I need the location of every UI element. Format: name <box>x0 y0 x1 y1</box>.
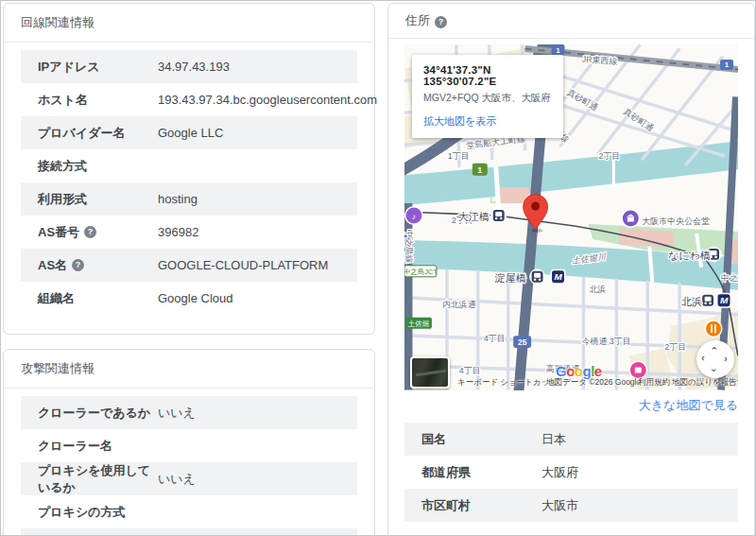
svg-text:土佐堀: 土佐堀 <box>408 320 429 328</box>
table-row: IPアドレス 34.97.43.193 <box>21 50 357 83</box>
row-value: いいえ <box>158 405 196 422</box>
plus-code-text: MGV2+FQQ 大阪市、大阪府 <box>423 92 552 105</box>
pan-up-icon[interactable]: › <box>709 347 719 351</box>
route-shield-25: 25 <box>513 336 531 348</box>
route-shield-1: 1 <box>720 60 733 70</box>
music-venue-icon[interactable]: ♪ <box>404 206 423 225</box>
row-label: 組織名 <box>21 290 141 307</box>
report-error-link[interactable]: 地図の誤りを報告する <box>672 377 738 389</box>
row-label: ホスト名 <box>21 92 141 109</box>
row-value: 日本 <box>541 431 566 448</box>
tosabori-label: 土佐堀 <box>405 318 432 329</box>
pan-right-icon[interactable]: › <box>724 354 728 364</box>
row-label: 利用形式 <box>21 191 141 208</box>
map-label-chome: 1丁目 <box>448 151 470 161</box>
line-info-card: 回線関連情報 IPアドレス 34.97.43.193 ホスト名 193.43.9… <box>3 3 375 335</box>
map-label-kitahama-district: 北浜 <box>589 285 606 294</box>
osaka-metro-icon[interactable]: M <box>716 293 731 308</box>
row-label: 都道府県 <box>404 464 524 481</box>
row-value: いいえ <box>158 471 196 488</box>
enlarge-map-link[interactable]: 拡大地図を表示 <box>423 114 496 129</box>
route-shield-green-1: 1 <box>472 164 488 176</box>
line-info-title: 回線関連情報 <box>4 4 374 43</box>
table-row: プロバイダー名 Google LLC <box>21 116 357 149</box>
yodoyabashi-station-icon[interactable] <box>529 268 545 285</box>
map-label-yodoyabashi: 淀屋橋 <box>494 272 526 284</box>
landmark-icon[interactable] <box>621 209 640 228</box>
map-label-chome: 2丁目 <box>664 342 686 352</box>
osaka-metro-icon[interactable]: M <box>551 269 566 285</box>
row-value: Google LLC <box>158 126 223 140</box>
pan-left-icon[interactable]: › <box>701 354 705 364</box>
table-row: 都道府県 大阪府 <box>404 456 738 489</box>
address-table: 国名 日本 都道府県 大阪府 市区町村 大阪市 <box>404 423 738 522</box>
table-row: 組織名 Google Cloud <box>21 282 357 315</box>
help-icon[interactable] <box>84 226 96 238</box>
row-label: プロキシを使用しているか <box>21 462 151 496</box>
table-row: 市区町村 大阪市 <box>404 489 738 522</box>
route-shield-1: 1 <box>552 44 565 55</box>
keyboard-shortcuts-link[interactable]: キーボード ショートカット <box>457 377 558 389</box>
row-value: 大阪府 <box>541 464 578 481</box>
row-label: 市区町村 <box>404 497 524 514</box>
coordinates-text: 34°41'37.3"N 135°30'07.2"E <box>423 64 552 87</box>
table-row: 国名 日本 <box>404 423 738 456</box>
row-value: 大阪市 <box>541 497 578 514</box>
restaurant-icon[interactable] <box>705 320 723 337</box>
svg-text:1: 1 <box>477 165 482 175</box>
svg-text:1: 1 <box>556 45 560 54</box>
table-row: プロキシを使用しているか いいえ <box>21 462 357 495</box>
pan-down-icon[interactable]: › <box>709 369 719 372</box>
attack-info-card: 攻撃関連情報 クローラーであるか いいえ クローラー名 プロキシを使用しているか… <box>3 349 375 536</box>
attack-info-title: 攻撃関連情報 <box>4 350 374 389</box>
map-label-nakanoshima-line: 中之島線 <box>404 230 414 264</box>
svg-text:中之島JCT: 中之島JCT <box>404 268 438 276</box>
map-label-imabashi: 今橋通 3丁目 <box>581 337 630 346</box>
svg-text:M: M <box>720 295 729 305</box>
help-icon[interactable] <box>435 16 447 28</box>
row-label: 接続方式 <box>21 158 141 175</box>
table-row: 利用形式 hosting <box>21 182 357 216</box>
table-row: 接続方式 <box>21 149 357 182</box>
address-title: 住所 <box>388 4 754 39</box>
nakanoshima-jct-label: 中之島JCT <box>404 266 438 277</box>
map-label-chome: 4丁目 <box>459 366 481 375</box>
kitahama-station-icon[interactable] <box>700 292 716 308</box>
svg-text:♪: ♪ <box>412 211 416 220</box>
terms-link[interactable]: 利用規約 <box>638 377 670 389</box>
table-row <box>21 528 357 536</box>
row-value: Google Cloud <box>158 291 233 305</box>
map-label-central-hall: 大阪市中央公会堂 <box>642 216 710 226</box>
svg-text:M: M <box>554 271 562 282</box>
map-label-chome: 2丁目 <box>598 151 620 161</box>
map-label-oebashi: 大江橋 <box>458 211 490 222</box>
map-data-attribution: 地図データ ©2026 Google <box>546 377 641 389</box>
row-value: 193.43.97.34.bc.googleusercontent.com <box>158 93 377 107</box>
table-row: クローラー名 <box>21 429 357 462</box>
row-label: AS名 <box>21 257 141 274</box>
table-row: クローラーであるか いいえ <box>21 396 357 429</box>
map-label-uchikitahama: 内北浜通 <box>442 300 476 309</box>
map-label-naniwabashi: なにわ橋 <box>668 250 711 261</box>
row-value: hosting <box>158 192 198 206</box>
map-label-chome: 4丁目 <box>484 334 506 343</box>
row-label: クローラー名 <box>21 438 151 455</box>
satellite-view-toggle[interactable] <box>410 356 450 389</box>
map-info-card: 34°41'37.3"N 135°30'07.2"E MGV2+FQQ 大阪市、… <box>412 55 563 138</box>
row-label: クローラーであるか <box>21 405 151 422</box>
svg-text:25: 25 <box>518 337 527 347</box>
oebashi-station-icon[interactable] <box>490 208 507 224</box>
help-icon[interactable] <box>72 259 84 271</box>
google-map-embed[interactable]: 1 25 25 1 1 中之島JCT <box>404 44 738 390</box>
ip-lookup-page: 回線関連情報 IPアドレス 34.97.43.193 ホスト名 193.43.9… <box>0 0 756 536</box>
row-label: IPアドレス <box>21 59 141 76</box>
view-larger-map-link[interactable]: 大きな地図で見る <box>404 397 738 414</box>
map-footer: キーボード ショートカット 地図データ ©2026 Google 利用規約 地図… <box>404 377 738 389</box>
table-row: プロキシの方式 <box>21 495 357 528</box>
pan-control[interactable]: › › › › <box>696 340 734 378</box>
row-value: 34.97.43.193 <box>158 60 230 74</box>
row-label: 国名 <box>404 431 524 448</box>
svg-text:1: 1 <box>725 61 730 69</box>
map-label-kitahama-station: 北浜 <box>680 296 702 307</box>
row-label: プロバイダー名 <box>21 125 141 142</box>
